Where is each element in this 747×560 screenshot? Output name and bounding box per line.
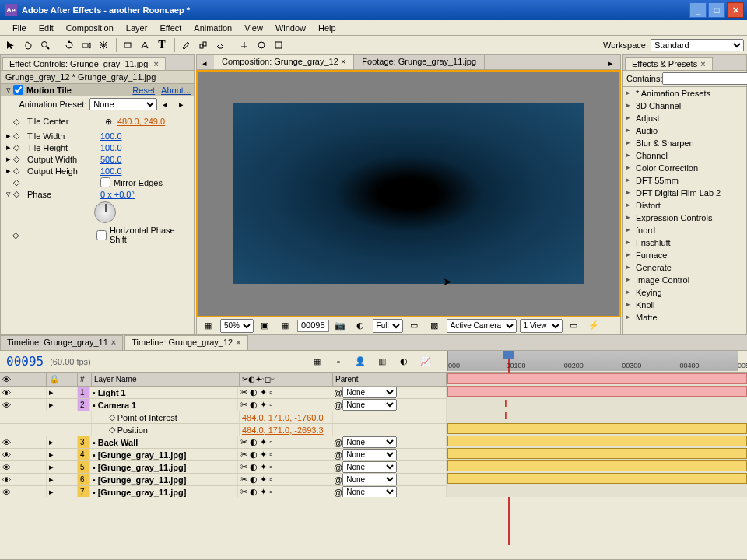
- twisty-icon[interactable]: ▸: [4, 142, 13, 152]
- menu-composition[interactable]: Composition: [60, 23, 120, 33]
- tile-center-value[interactable]: 480.0, 249.0: [117, 117, 165, 126]
- frame-blend-icon[interactable]: ▥: [374, 353, 391, 370]
- stopwatch-icon[interactable]: ◇: [109, 412, 115, 422]
- effect-category[interactable]: Expression Controls: [623, 212, 746, 224]
- preset-next-icon[interactable]: ▸: [174, 96, 189, 112]
- axis-world-icon[interactable]: [254, 37, 269, 53]
- menu-effect[interactable]: Effect: [153, 23, 188, 33]
- property-value[interactable]: 484.0, 171.0, -1760.0: [242, 413, 324, 422]
- layer-row[interactable]: 👁▸3▪ Back Wall✂ ◐ ✦ ▫@ None: [0, 436, 447, 449]
- twisty-icon[interactable]: ▸: [49, 474, 54, 485]
- parent-pickwhip-icon[interactable]: @: [334, 488, 342, 497]
- tile-width-value[interactable]: 100.0: [100, 131, 122, 141]
- composition-tab[interactable]: Composition: Grunge_gray_12 ×: [214, 55, 354, 69]
- panel-menu-right-icon[interactable]: ▸: [603, 55, 619, 71]
- eye-icon[interactable]: 👁: [2, 463, 11, 472]
- grid-icon[interactable]: ▦: [277, 318, 293, 334]
- timeline-tab[interactable]: Timeline: Grunge_gray_12×: [124, 335, 247, 350]
- draft3d-icon[interactable]: ▫: [330, 353, 347, 370]
- hand-tool-icon[interactable]: [20, 37, 36, 53]
- keyframe-icon[interactable]: I: [504, 398, 507, 409]
- minimize-button[interactable]: _: [689, 2, 707, 18]
- switches[interactable]: ✂ ◐ ✦ ▫: [240, 462, 272, 472]
- close-icon[interactable]: ×: [700, 59, 705, 68]
- switches[interactable]: ✂ ◐ ✦ ▫: [240, 437, 272, 447]
- clone-tool-icon[interactable]: [195, 37, 211, 53]
- switches[interactable]: ✂ ◐ ✦ ▫: [240, 450, 272, 460]
- resolution-select[interactable]: Full: [373, 319, 403, 333]
- twisty-icon[interactable]: ▸: [49, 462, 54, 472]
- menu-layer[interactable]: Layer: [120, 23, 154, 33]
- twisty-icon[interactable]: ▸: [4, 131, 13, 141]
- current-frame-field[interactable]: 00095: [297, 320, 329, 332]
- effect-category[interactable]: Channel: [623, 149, 746, 162]
- workspace-select[interactable]: Standard: [651, 39, 744, 51]
- show-channel-icon[interactable]: ◐: [352, 318, 368, 334]
- tile-height-value[interactable]: 100.0: [100, 143, 122, 152]
- effect-category[interactable]: Image Control: [623, 274, 746, 286]
- layer-row[interactable]: 👁▸6▪ [Grunge_gray_11.jpg]✂ ◐ ✦ ▫@ None: [0, 474, 447, 486]
- parent-pickwhip-icon[interactable]: @: [334, 450, 342, 460]
- twisty-icon[interactable]: ▿: [4, 85, 13, 95]
- reset-link[interactable]: Reset: [132, 86, 155, 95]
- layer-row[interactable]: 👁▸5▪ [Grunge_gray_11.jpg]✂ ◐ ✦ ▫@ None: [0, 461, 447, 474]
- effects-presets-tab[interactable]: Effects & Presets×: [625, 57, 713, 70]
- pixel-aspect-icon[interactable]: ▭: [566, 318, 581, 334]
- timeline-tab[interactable]: Timeline: Grunge_gray_11×: [0, 335, 123, 350]
- effect-category[interactable]: Keying: [623, 286, 746, 299]
- menu-file[interactable]: File: [6, 23, 33, 33]
- effect-category[interactable]: * Animation Presets: [623, 87, 746, 100]
- menu-edit[interactable]: Edit: [33, 23, 60, 33]
- twisty-icon[interactable]: ▸: [4, 154, 13, 164]
- time-ruler[interactable]: 000001000020000300004000050: [447, 351, 738, 371]
- current-timecode[interactable]: 00095: [6, 354, 44, 369]
- close-icon[interactable]: ×: [341, 57, 345, 66]
- always-preview-icon[interactable]: ▦: [200, 318, 216, 334]
- effect-category[interactable]: Furnace: [623, 249, 746, 261]
- effect-category[interactable]: DFT 55mm: [623, 174, 746, 187]
- parent-pickwhip-icon[interactable]: @: [334, 438, 342, 447]
- eye-icon[interactable]: 👁: [2, 475, 11, 485]
- roi-icon[interactable]: ▭: [406, 318, 422, 334]
- camera-tool-icon[interactable]: [79, 37, 94, 53]
- menu-view[interactable]: View: [238, 23, 269, 33]
- menu-help[interactable]: Help: [312, 23, 342, 33]
- effect-category[interactable]: DFT Digital Film Lab 2: [623, 187, 746, 199]
- switches[interactable]: ✂ ◐ ✦ ▫: [240, 474, 272, 485]
- layer-duration-bar[interactable]: [447, 436, 747, 446]
- close-button[interactable]: ✕: [727, 2, 744, 18]
- parent-pickwhip-icon[interactable]: @: [334, 401, 342, 410]
- layer-duration-bar[interactable]: [447, 423, 747, 434]
- layer-row[interactable]: 👁▸1▪ Light 1✂ ◐ ✦ ▫@ None: [0, 387, 447, 399]
- parent-select[interactable]: None: [342, 449, 397, 460]
- property-value[interactable]: 484.0, 171.0, -2693.3: [242, 425, 324, 435]
- rotate-tool-icon[interactable]: [61, 37, 77, 53]
- layer-duration-bar[interactable]: [447, 473, 747, 484]
- close-icon[interactable]: ×: [111, 338, 116, 347]
- selection-tool-icon[interactable]: [3, 37, 19, 53]
- eye-icon[interactable]: 👁: [2, 488, 11, 497]
- effects-search-input[interactable]: [662, 72, 747, 85]
- close-icon[interactable]: ×: [236, 338, 240, 347]
- property-row[interactable]: ◇ Position484.0, 171.0, -2693.3: [0, 424, 447, 436]
- eraser-tool-icon[interactable]: [212, 37, 228, 53]
- snapshot-icon[interactable]: 📷: [332, 318, 348, 334]
- effect-category[interactable]: Audio: [623, 124, 746, 137]
- panel-menu-icon[interactable]: ◂: [197, 55, 212, 71]
- eye-icon[interactable]: 👁: [2, 401, 11, 410]
- output-height-value[interactable]: 100.0: [100, 166, 122, 176]
- close-icon[interactable]: ×: [153, 59, 158, 68]
- parent-select[interactable]: None: [342, 461, 397, 473]
- point-picker-icon[interactable]: ⊕: [100, 114, 116, 129]
- animation-preset-select[interactable]: None: [89, 98, 157, 110]
- stopwatch-icon[interactable]: ◇: [109, 425, 115, 435]
- phase-value[interactable]: 0 x +0.0°: [100, 190, 135, 199]
- pan-behind-tool-icon[interactable]: [96, 37, 111, 53]
- axis-local-icon[interactable]: [237, 37, 252, 53]
- rect-tool-icon[interactable]: [120, 37, 135, 53]
- switches[interactable]: ✂ ◐ ✦ ▫: [240, 487, 272, 497]
- keyframe-icon[interactable]: I: [504, 411, 507, 422]
- maximize-button[interactable]: □: [708, 2, 725, 18]
- eye-icon[interactable]: 👁: [2, 438, 11, 447]
- effect-category[interactable]: Frischluft: [623, 236, 746, 249]
